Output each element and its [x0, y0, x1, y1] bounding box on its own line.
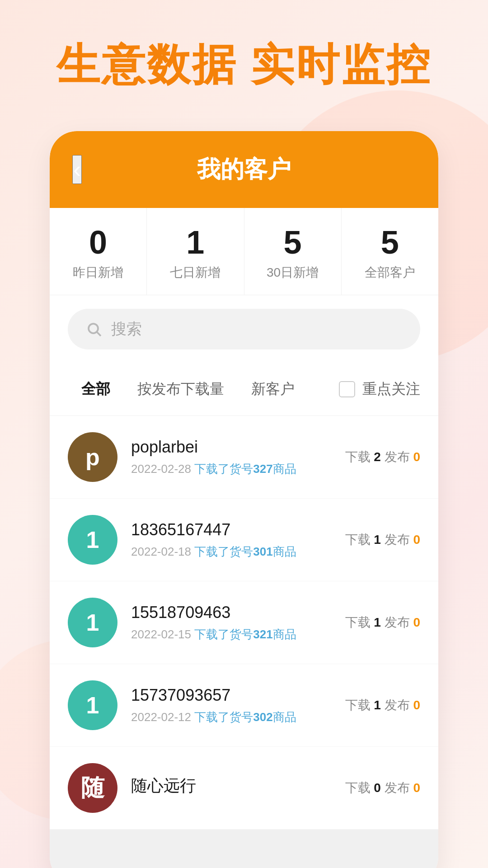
activity-suffix: 商品 [273, 545, 296, 558]
customer-name: 18365167447 [131, 520, 332, 539]
tab-by-download[interactable]: 按发布下载量 [124, 372, 238, 406]
customer-name: 15518709463 [131, 603, 332, 622]
stat-30day-label: 30日新增 [267, 264, 319, 281]
avatar: 随 [68, 763, 117, 813]
customer-name: 15737093657 [131, 686, 332, 705]
list-item[interactable]: 1 18365167447 2022-02-18 下载了货号301商品 下载 1… [50, 499, 438, 581]
download-stat: 下载 1 发布 0 [345, 531, 421, 548]
activity-action: 下载了货号 [194, 627, 253, 641]
customer-info: 随心远行 [131, 775, 332, 802]
search-bar[interactable]: 搜索 [68, 309, 420, 349]
app-header: ‹ 我的客户 [50, 131, 438, 208]
back-button[interactable]: ‹ [72, 155, 82, 184]
stat-yesterday: 0 昨日新增 [50, 208, 147, 295]
customer-stats: 下载 2 发布 0 [345, 448, 421, 466]
activity-suffix: 商品 [273, 710, 296, 724]
customer-info: 15737093657 2022-02-12 下载了货号302商品 [131, 686, 332, 725]
search-placeholder: 搜索 [111, 319, 142, 340]
focus-filter-group: 重点关注 [339, 379, 420, 399]
list-item[interactable]: 随 随心远行 下载 0 发布 0 [50, 747, 438, 830]
stat-7day-label: 七日新增 [170, 264, 221, 281]
list-item[interactable]: 1 15737093657 2022-02-12 下载了货号302商品 下载 1… [50, 664, 438, 747]
tab-new-customer[interactable]: 新客户 [238, 372, 308, 406]
activity-date: 2022-02-15 [131, 627, 191, 641]
stat-yesterday-number: 0 [89, 226, 107, 259]
activity-date: 2022-02-28 [131, 462, 191, 476]
download-stat: 下载 1 发布 0 [345, 697, 421, 714]
bottom-area [50, 830, 438, 868]
customer-activity: 2022-02-28 下载了货号327商品 [131, 461, 332, 477]
customer-name: poplarbei [131, 438, 332, 457]
svg-point-0 [89, 324, 98, 333]
stat-30day: 5 30日新增 [244, 208, 342, 295]
page-title: 我的客户 [197, 154, 291, 185]
svg-line-1 [97, 332, 101, 336]
list-item[interactable]: 1 15518709463 2022-02-15 下载了货号321商品 下载 1… [50, 581, 438, 664]
avatar: 1 [68, 680, 117, 730]
download-stat: 下载 1 发布 0 [345, 614, 421, 631]
customer-name: 随心远行 [131, 775, 332, 797]
activity-action: 下载了货号 [194, 710, 253, 724]
stat-total-label: 全部客户 [365, 264, 415, 281]
list-item[interactable]: p poplarbei 2022-02-28 下载了货号327商品 下载 2 发… [50, 416, 438, 499]
activity-action: 下载了货号 [194, 545, 253, 558]
focus-checkbox[interactable] [339, 381, 355, 397]
avatar: 1 [68, 515, 117, 565]
activity-number: 327 [253, 462, 272, 476]
customer-list: p poplarbei 2022-02-28 下载了货号327商品 下载 2 发… [50, 416, 438, 830]
download-stat: 下载 0 发布 0 [345, 779, 421, 797]
customer-stats: 下载 0 发布 0 [345, 779, 421, 797]
stats-row: 0 昨日新增 1 七日新增 5 30日新增 5 全部客户 [50, 208, 438, 295]
stat-7day-number: 1 [186, 226, 204, 259]
stat-yesterday-label: 昨日新增 [73, 264, 123, 281]
customer-info: poplarbei 2022-02-28 下载了货号327商品 [131, 438, 332, 477]
customer-stats: 下载 1 发布 0 [345, 614, 421, 631]
customer-stats: 下载 1 发布 0 [345, 531, 421, 548]
focus-label: 重点关注 [362, 379, 420, 399]
stat-total-number: 5 [381, 226, 399, 259]
stat-30day-number: 5 [284, 226, 302, 259]
search-icon [86, 321, 102, 337]
download-stat: 下载 2 发布 0 [345, 448, 421, 466]
activity-number: 301 [253, 545, 272, 558]
activity-date: 2022-02-12 [131, 710, 191, 724]
activity-number: 321 [253, 627, 272, 641]
stat-total: 5 全部客户 [342, 208, 438, 295]
activity-suffix: 商品 [273, 462, 296, 476]
customer-info: 15518709463 2022-02-15 下载了货号321商品 [131, 603, 332, 642]
avatar: 1 [68, 598, 117, 647]
tab-all[interactable]: 全部 [68, 372, 124, 406]
app-card: ‹ 我的客户 0 昨日新增 1 七日新增 5 30日新增 5 全部客户 [50, 131, 438, 868]
customer-activity: 2022-02-18 下载了货号301商品 [131, 544, 332, 560]
customer-stats: 下载 1 发布 0 [345, 697, 421, 714]
customer-activity: 2022-02-15 下载了货号321商品 [131, 627, 332, 642]
avatar: p [68, 432, 117, 482]
activity-action: 下载了货号 [194, 462, 253, 476]
stat-7day: 1 七日新增 [147, 208, 244, 295]
hero-title: 生意数据 实时监控 [56, 36, 432, 95]
customer-info: 18365167447 2022-02-18 下载了货号301商品 [131, 520, 332, 560]
activity-number: 302 [253, 710, 272, 724]
activity-date: 2022-02-18 [131, 545, 191, 558]
search-container: 搜索 [50, 295, 438, 363]
customer-activity: 2022-02-12 下载了货号302商品 [131, 709, 332, 725]
filter-tabs: 全部 按发布下载量 新客户 重点关注 [50, 363, 438, 416]
activity-suffix: 商品 [273, 627, 296, 641]
